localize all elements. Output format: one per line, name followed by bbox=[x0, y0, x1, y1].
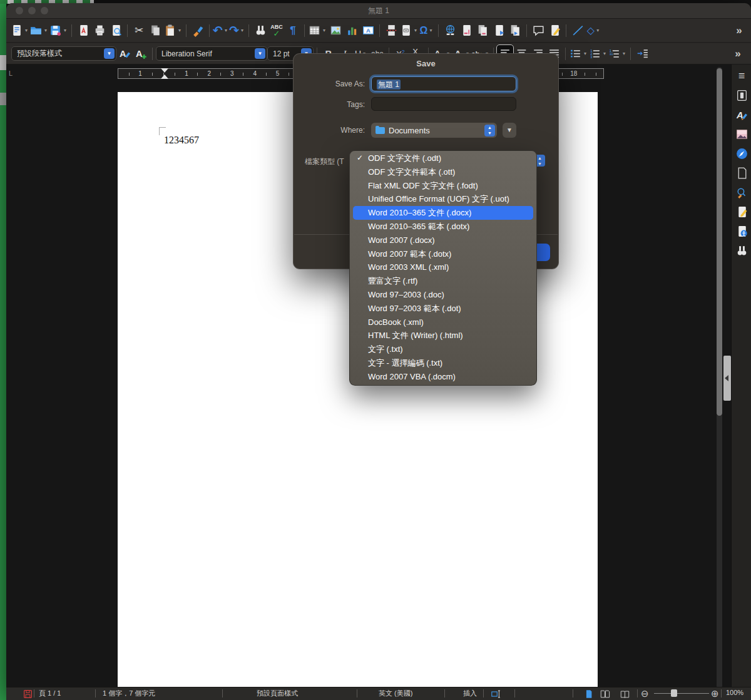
document-text[interactable]: 1234567 bbox=[164, 135, 199, 146]
chevron-down-icon[interactable]: ▼ bbox=[255, 48, 265, 59]
dropdown-arrow-icon[interactable]: ▾ bbox=[43, 28, 48, 33]
scrollbar-thumb[interactable] bbox=[717, 68, 722, 416]
sidebar-tab-page[interactable] bbox=[733, 165, 750, 181]
file-type-option[interactable]: DocBook (.xml) bbox=[353, 316, 533, 329]
save-button[interactable]: ▾ bbox=[49, 22, 68, 39]
insert-special-character-button[interactable]: Ω▾ bbox=[419, 22, 435, 39]
file-type-option[interactable]: Flat XML ODF 文字文件 (.fodt) bbox=[353, 179, 533, 193]
sidebar-collapse-handle[interactable] bbox=[723, 356, 731, 401]
file-type-option[interactable]: Word 2007 (.docx) bbox=[353, 234, 533, 247]
word-count-status[interactable]: 1 個字，7 個字元 bbox=[103, 689, 155, 698]
insert-textbox-button[interactable]: A bbox=[360, 22, 376, 39]
tags-input[interactable] bbox=[371, 97, 516, 111]
paragraph-style-combo[interactable]: 預設段落樣式▼ bbox=[11, 46, 116, 61]
first-line-indent-marker[interactable] bbox=[161, 68, 168, 73]
formatting-marks-button[interactable]: ¶ bbox=[285, 22, 301, 39]
page-count-status[interactable]: 頁 1 / 1 bbox=[39, 689, 61, 698]
file-type-option[interactable]: Word 2007 範本 (.dotx) bbox=[353, 247, 533, 261]
dropdown-arrow-icon[interactable]: ▾ bbox=[595, 28, 600, 33]
dropdown-arrow-icon[interactable]: ▾ bbox=[428, 28, 433, 33]
insert-field-button[interactable]: ▾ bbox=[399, 22, 419, 39]
insert-hyperlink-button[interactable] bbox=[442, 22, 458, 39]
toolbar-overflow-button[interactable]: » bbox=[731, 22, 747, 39]
file-type-option[interactable]: 文字 (.txt) bbox=[353, 342, 533, 356]
chevron-down-icon[interactable]: ▼ bbox=[104, 48, 115, 59]
toolbar2-overflow-button[interactable]: » bbox=[730, 45, 746, 63]
spell-check-button[interactable]: ABC✓ bbox=[268, 22, 285, 39]
dropdown-arrow-icon[interactable]: ▾ bbox=[621, 51, 626, 56]
insert-bookmark-button[interactable] bbox=[491, 22, 507, 39]
zoom-slider-handle[interactable] bbox=[671, 689, 677, 697]
track-changes-button[interactable] bbox=[546, 22, 563, 39]
dropdown-arrow-icon[interactable]: ▾ bbox=[240, 28, 245, 33]
sidebar-tab-manage-changes[interactable] bbox=[733, 203, 750, 220]
vertical-scrollbar[interactable] bbox=[717, 67, 722, 689]
increase-indent-button[interactable] bbox=[634, 45, 650, 63]
dropdown-arrow-icon[interactable]: ▾ bbox=[322, 28, 327, 33]
numbered-list-button[interactable]: 123▾ bbox=[588, 45, 608, 63]
insert-chart-button[interactable] bbox=[344, 22, 360, 39]
file-type-option[interactable]: Word 97–2003 範本 (.dot) bbox=[353, 302, 533, 316]
titlebar[interactable]: 無題 1 bbox=[6, 3, 751, 19]
dropdown-arrow-icon[interactable]: ▾ bbox=[223, 28, 228, 33]
zoom-in-button[interactable]: ⊕ bbox=[711, 689, 719, 700]
file-type-option[interactable]: Word 97–2003 (.doc) bbox=[353, 288, 533, 302]
sidebar-tab-find[interactable] bbox=[733, 242, 750, 259]
sidebar-tab-gallery[interactable] bbox=[733, 126, 750, 142]
page-style-status[interactable]: 預設頁面樣式 bbox=[257, 689, 298, 698]
dropdown-arrow-icon[interactable]: ▾ bbox=[177, 28, 182, 33]
cut-button[interactable]: ✂ bbox=[131, 22, 147, 39]
selection-mode-icon[interactable] bbox=[489, 689, 503, 700]
file-type-option[interactable]: 文字 - 選擇編碼 (.txt) bbox=[353, 356, 533, 370]
insert-page-break-button[interactable] bbox=[383, 22, 399, 39]
dropdown-arrow-icon[interactable]: ▾ bbox=[583, 51, 588, 56]
file-type-option[interactable]: ✓ODF 文字文件 (.odt) bbox=[353, 152, 533, 165]
file-type-option[interactable]: Word 2003 XML (.xml) bbox=[353, 260, 533, 274]
dropdown-arrow-icon[interactable]: ▾ bbox=[602, 51, 607, 56]
font-name-combo[interactable]: Liberation Serif▼ bbox=[156, 46, 267, 61]
insert-image-button[interactable] bbox=[327, 22, 344, 39]
print-preview-button[interactable] bbox=[108, 22, 124, 39]
sidebar-tab-accessibility-check[interactable] bbox=[733, 223, 750, 239]
filename-input[interactable]: 無題 1 bbox=[371, 76, 516, 91]
copy-button[interactable] bbox=[147, 22, 163, 39]
insert-cross-reference-button[interactable] bbox=[507, 22, 523, 39]
zoom-out-button[interactable]: ⊖ bbox=[641, 689, 649, 700]
insert-endnote-button[interactable] bbox=[474, 22, 491, 39]
redo-button[interactable]: ↷▾ bbox=[229, 22, 245, 39]
where-popup[interactable]: Documents ▲▼ bbox=[371, 123, 497, 138]
outline-list-button[interactable]: 111▾ bbox=[608, 45, 627, 63]
paste-button[interactable]: ▾ bbox=[163, 22, 183, 39]
sidebar-tab-navigator[interactable] bbox=[733, 145, 750, 162]
update-style-button[interactable]: A bbox=[116, 45, 133, 63]
clone-formatting-button[interactable] bbox=[190, 22, 206, 39]
basic-shapes-button[interactable]: ◇▾ bbox=[586, 22, 602, 39]
insert-line-button[interactable] bbox=[570, 22, 586, 39]
find-and-replace-button[interactable] bbox=[252, 22, 268, 39]
new-style-button[interactable]: A bbox=[133, 45, 149, 63]
undo-button[interactable]: ↶▾ bbox=[213, 22, 229, 39]
sidebar-tab-styles[interactable]: A bbox=[733, 106, 750, 123]
insert-comment-button[interactable] bbox=[530, 22, 546, 39]
language-status[interactable]: 英文 (美國) bbox=[379, 689, 412, 698]
file-type-option[interactable]: 豐富文字 (.rtf) bbox=[353, 274, 533, 288]
dropdown-arrow-icon[interactable]: ▾ bbox=[24, 28, 29, 33]
file-type-option[interactable]: Word 2010–365 範本 (.dotx) bbox=[353, 220, 533, 234]
dropdown-arrow-icon[interactable]: ▾ bbox=[63, 28, 68, 33]
view-multi-page-button[interactable] bbox=[598, 689, 611, 700]
file-type-option[interactable]: HTML 文件 (Writer) (.html) bbox=[353, 329, 533, 342]
file-type-option[interactable]: Word 2010–365 文件 (.docx) bbox=[353, 206, 533, 220]
left-indent-marker[interactable] bbox=[161, 75, 168, 79]
sidebar-tab-style-inspector[interactable] bbox=[733, 184, 750, 200]
dropdown-arrow-icon[interactable]: ▾ bbox=[413, 28, 418, 33]
insert-table-button[interactable]: ▾ bbox=[308, 22, 327, 39]
zoom-slider-track[interactable] bbox=[654, 693, 709, 694]
print-button[interactable] bbox=[91, 22, 108, 39]
file-type-option[interactable]: ODF 文字文件範本 (.ott) bbox=[353, 165, 533, 179]
new-document-button[interactable]: ▾ bbox=[10, 22, 29, 39]
sidebar-tab-properties[interactable] bbox=[733, 87, 750, 103]
file-type-option[interactable]: Word 2007 VBA (.docm) bbox=[353, 370, 533, 384]
insert-mode-status[interactable]: 插入 bbox=[463, 689, 477, 698]
view-book-button[interactable] bbox=[618, 689, 631, 700]
expand-dialog-button[interactable]: ▼ bbox=[503, 123, 516, 138]
